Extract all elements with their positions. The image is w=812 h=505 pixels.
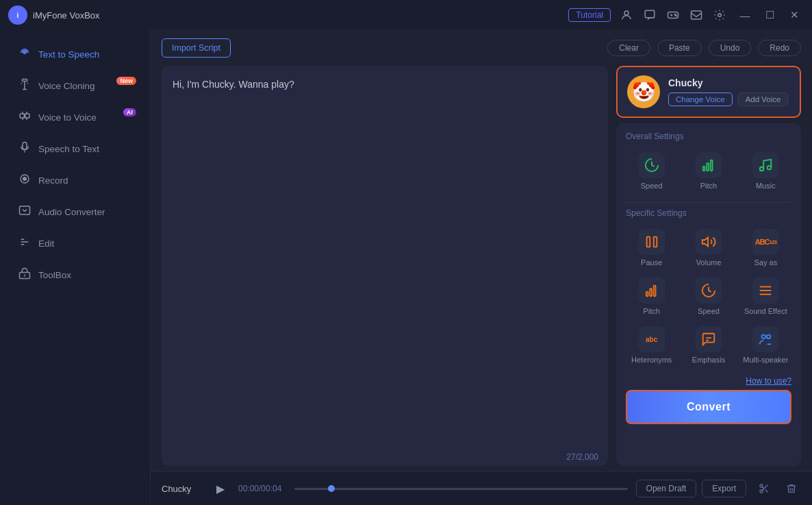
svg-point-41 xyxy=(760,490,763,493)
svg-text:i: i xyxy=(17,12,19,19)
audio-progress-bar[interactable] xyxy=(294,488,628,490)
audio-time: 00:00/00:04 xyxy=(238,484,286,493)
multi-speaker-icon xyxy=(752,326,778,352)
sidebar-item-text-to-speech[interactable]: Text to Speech xyxy=(5,40,144,69)
sidebar-label-speech-to-text: Speech to Text xyxy=(38,144,99,154)
multi-speaker-label: Multi-speaker xyxy=(743,356,788,364)
sidebar-item-speech-to-text[interactable]: Speech to Text xyxy=(5,134,144,163)
speed-specific-icon xyxy=(696,278,722,304)
sound-effect-icon xyxy=(752,278,778,304)
specific-settings-title: Specific Settings xyxy=(626,208,791,218)
svg-rect-10 xyxy=(22,79,27,82)
setting-volume[interactable]: Volume xyxy=(683,226,734,269)
setting-say-as[interactable]: ABC123 Say as xyxy=(740,226,791,269)
svg-rect-16 xyxy=(20,206,30,214)
music-icon xyxy=(752,152,778,178)
setting-pitch-overall[interactable]: Pitch xyxy=(683,149,734,193)
paste-button[interactable]: Paste xyxy=(657,40,702,56)
svg-point-8 xyxy=(718,14,722,17)
user-icon[interactable] xyxy=(619,8,634,23)
app-logo: i xyxy=(8,5,27,25)
svg-point-15 xyxy=(23,177,27,181)
toolbar: Import Script Clear Paste Undo Redo xyxy=(151,30,812,66)
sound-effect-label: Sound Effect xyxy=(744,307,787,315)
setting-pause[interactable]: Pause xyxy=(626,226,677,269)
heteronyms-icon: abc xyxy=(639,326,665,352)
svg-rect-32 xyxy=(653,286,655,297)
add-voice-button[interactable]: Add Voice xyxy=(738,93,789,106)
text-editor-wrapper: Hi, I'm Chucky. Wanna play? 27/2,000 xyxy=(162,66,608,466)
convert-button[interactable]: Convert xyxy=(626,390,791,424)
settings-icon[interactable] xyxy=(712,8,727,23)
svg-point-2 xyxy=(624,11,629,15)
audio-progress-dot xyxy=(328,485,335,492)
redo-button[interactable]: Redo xyxy=(758,40,801,56)
emphasis-label: Emphasis xyxy=(692,356,725,364)
chat-icon[interactable] xyxy=(642,8,657,23)
toolbox-icon xyxy=(18,267,31,282)
import-script-button[interactable]: Import Script xyxy=(162,38,231,58)
sidebar-item-toolbox[interactable]: ToolBox xyxy=(5,260,144,289)
say-as-label: Say as xyxy=(754,258,778,267)
maximize-button[interactable]: ☐ xyxy=(760,5,779,25)
clear-button[interactable]: Clear xyxy=(607,40,650,56)
svg-rect-22 xyxy=(703,167,705,171)
minimize-button[interactable]: — xyxy=(735,5,754,25)
sidebar-item-voice-to-voice[interactable]: Voice to Voice AI xyxy=(5,103,144,132)
setting-music[interactable]: Music xyxy=(740,149,791,193)
voice-cloning-icon xyxy=(18,78,31,93)
overall-settings-grid: Speed Pitch xyxy=(626,149,791,193)
setting-heteronyms[interactable]: abc Heteronyms xyxy=(626,323,677,367)
speed-label: Speed xyxy=(641,182,663,190)
svg-rect-27 xyxy=(646,237,650,247)
svg-point-9 xyxy=(24,52,26,54)
setting-multi-speaker[interactable]: Multi-speaker xyxy=(740,323,791,367)
svg-rect-30 xyxy=(646,292,648,296)
pitch-icon xyxy=(696,152,722,178)
setting-sound-effect[interactable]: Sound Effect xyxy=(740,275,791,318)
sidebar-label-voice-cloning: Voice Cloning xyxy=(38,81,95,91)
svg-point-6 xyxy=(676,15,677,16)
svg-rect-12 xyxy=(25,114,29,118)
editor-panel: Hi, I'm Chucky. Wanna play? 27/2,000 🤡 C… xyxy=(151,66,812,471)
sidebar-item-record[interactable]: Record xyxy=(5,166,144,195)
svg-rect-3 xyxy=(645,10,655,18)
sidebar-item-voice-cloning[interactable]: Voice Cloning New xyxy=(5,71,144,100)
change-voice-button[interactable]: Change Voice xyxy=(668,93,733,106)
setting-speed-specific[interactable]: Speed xyxy=(683,275,734,318)
voice-to-voice-icon xyxy=(18,110,31,125)
badge-ai: AI xyxy=(123,108,136,116)
how-to-use-link[interactable]: How to use? xyxy=(626,376,791,386)
voice-card: 🤡 Chucky Change Voice Add Voice xyxy=(616,66,801,118)
voice-buttons: Change Voice Add Voice xyxy=(668,93,788,106)
undo-button[interactable]: Undo xyxy=(709,40,752,56)
audio-voice-name: Chucky xyxy=(162,484,203,494)
edit-icon xyxy=(18,236,31,251)
voice-name: Chucky xyxy=(668,77,788,88)
pitch-label-specific: Pitch xyxy=(643,307,659,315)
setting-emphasis[interactable]: Emphasis xyxy=(683,323,734,367)
open-draft-button[interactable]: Open Draft xyxy=(636,480,697,497)
speed-icon xyxy=(639,152,665,178)
export-button[interactable]: Export xyxy=(702,480,746,497)
mail-icon[interactable] xyxy=(689,8,704,23)
sidebar-label-audio-converter: Audio Converter xyxy=(38,207,105,217)
svg-point-38 xyxy=(762,335,766,339)
play-button[interactable]: ▶ xyxy=(211,479,230,498)
cut-icon-button[interactable] xyxy=(754,479,774,498)
close-button[interactable]: ✕ xyxy=(785,5,804,25)
specific-settings-grid: Pause Volume xyxy=(626,226,791,367)
game-icon[interactable] xyxy=(665,8,681,23)
text-editor[interactable]: Hi, I'm Chucky. Wanna play? xyxy=(162,66,608,448)
emphasis-icon xyxy=(696,326,722,352)
setting-speed[interactable]: Speed xyxy=(626,149,677,193)
sidebar-item-edit[interactable]: Edit xyxy=(5,229,144,258)
tutorial-button[interactable]: Tutorial xyxy=(568,8,611,22)
svg-rect-28 xyxy=(653,237,657,247)
setting-pitch-specific[interactable]: Pitch xyxy=(626,275,677,318)
speed-label-specific: Speed xyxy=(698,307,720,315)
titlebar: i iMyFone VoxBox Tutorial xyxy=(0,0,812,30)
say-as-icon: ABC123 xyxy=(752,229,778,255)
delete-icon-button[interactable] xyxy=(782,479,801,498)
sidebar-item-audio-converter[interactable]: Audio Converter xyxy=(5,197,144,226)
